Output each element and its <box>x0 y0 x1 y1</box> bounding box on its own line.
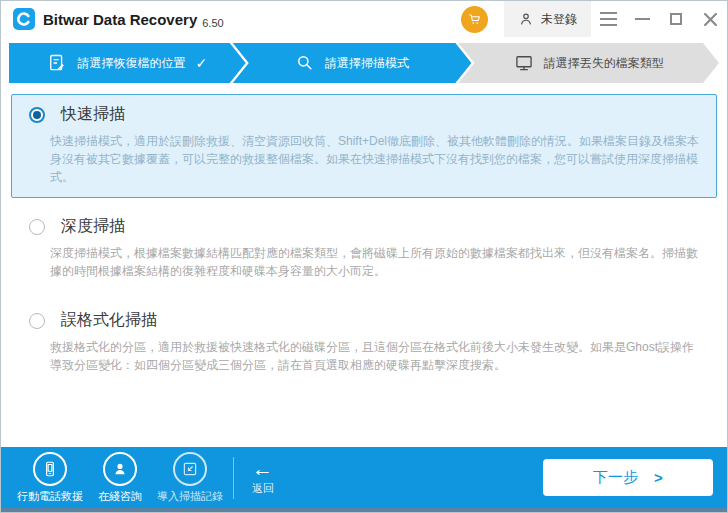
search-icon <box>295 53 315 73</box>
back-label: 返回 <box>252 481 274 496</box>
login-status-label: 未登錄 <box>541 11 577 28</box>
window-bottom-edge <box>1 508 727 512</box>
mobile-recovery-button[interactable]: 行動電話救援 <box>15 452 85 504</box>
menu-button[interactable] <box>591 1 625 37</box>
user-icon <box>518 11 534 27</box>
next-button[interactable]: 下一步 > <box>543 459 713 496</box>
step-select-file-types: 請選擇丟失的檔案類型 <box>458 43 719 83</box>
hamburger-menu-icon <box>600 12 617 26</box>
titlebar: Bitwar Data Recovery 6.50 <box>1 1 727 37</box>
import-scan-record-button[interactable]: 導入掃描記錄 <box>155 452 225 504</box>
option-quick-scan[interactable]: 快速掃描 快速掃描模式，適用於誤刪除救援、清空資源回收筒、Shift+Del徹底… <box>11 94 717 198</box>
minimize-icon <box>635 18 650 20</box>
radio-quick-scan[interactable] <box>29 107 45 123</box>
import-record-icon <box>173 452 207 486</box>
option-title: 深度掃描 <box>61 216 125 237</box>
app-logo-icon <box>13 8 35 30</box>
close-icon <box>704 13 717 26</box>
login-button[interactable]: 未登錄 <box>504 1 591 37</box>
scan-mode-list: 快速掃描 快速掃描模式，適用於誤刪除救援、清空資源回收筒、Shift+Del徹底… <box>1 89 727 447</box>
step-wizard-bar: 請選擇恢復檔的位置 ✓ 請選擇掃描模式 請選擇丟失的檔案類型 <box>1 37 727 89</box>
footer-toolbar: 行動電話救援 在綫咨詢 導入掃描記錄 ← <box>1 447 727 508</box>
cart-icon <box>468 12 482 26</box>
chevron-right-icon: > <box>654 469 663 486</box>
store-button[interactable] <box>461 6 488 33</box>
next-label: 下一步 <box>593 468 638 487</box>
back-button[interactable]: ← 返回 <box>252 459 274 496</box>
app-window: Bitwar Data Recovery 6.50 <box>0 0 728 513</box>
step-select-scan-mode: 請選擇掃描模式 <box>233 43 472 83</box>
tool-label: 在綫咨詢 <box>98 489 142 504</box>
tool-label: 行動電話救援 <box>17 489 83 504</box>
radio-deep-scan[interactable] <box>29 219 45 235</box>
option-deep-scan[interactable]: 深度掃描 深度掃描模式，根據檔案數據結構匹配對應的檔案類型，會將磁碟上所有原始的… <box>11 206 717 292</box>
option-description: 救援格式化的分區，適用於救援被快速格式化的磁碟分區，且這個分區在格式化前後大小未… <box>50 338 702 374</box>
step-label: 請選擇掃描模式 <box>325 55 409 72</box>
tool-label: 導入掃描記錄 <box>157 489 223 504</box>
maximize-icon <box>670 13 682 25</box>
step-label: 請選擇丟失的檔案類型 <box>544 55 664 72</box>
check-icon: ✓ <box>195 55 207 71</box>
option-title: 誤格式化掃描 <box>61 310 157 331</box>
app-title: Bitwar Data Recovery <box>43 11 197 28</box>
support-person-icon <box>103 452 137 486</box>
app-version: 6.50 <box>202 17 223 29</box>
radio-formatted-scan[interactable] <box>29 313 45 329</box>
document-edit-icon <box>47 53 67 73</box>
minimize-button[interactable] <box>625 1 659 37</box>
close-button[interactable] <box>693 1 727 37</box>
option-formatted-scan[interactable]: 誤格式化掃描 救援格式化的分區，適用於救援被快速格式化的磁碟分區，且這個分區在格… <box>11 300 717 386</box>
footer-divider <box>233 457 234 499</box>
option-description: 快速掃描模式，適用於誤刪除救援、清空資源回收筒、Shift+Del徹底刪除、被其… <box>50 132 702 186</box>
option-description: 深度掃描模式，根據檔案數據結構匹配對應的檔案類型，會將磁碟上所有原始的數據檔案都… <box>50 244 702 280</box>
option-title: 快速掃描 <box>61 104 125 125</box>
maximize-button[interactable] <box>659 1 693 37</box>
mobile-phone-icon <box>33 452 67 486</box>
back-arrow-icon: ← <box>252 459 273 479</box>
step-label: 請選擇恢復檔的位置 <box>77 55 185 72</box>
step-select-location: 請選擇恢復檔的位置 ✓ <box>9 43 246 83</box>
monitor-icon <box>514 53 534 73</box>
online-support-button[interactable]: 在綫咨詢 <box>85 452 155 504</box>
